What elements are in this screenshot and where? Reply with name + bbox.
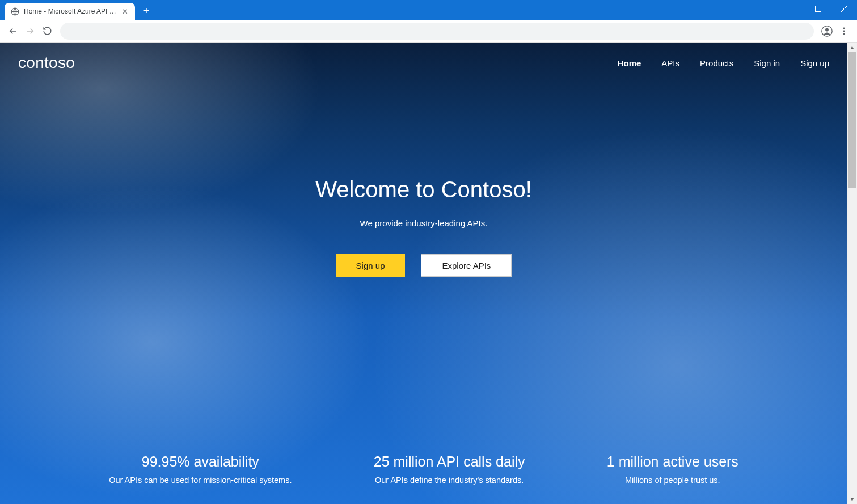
page-content: contoso Home APIs Products Sign in Sign … <box>0 43 847 504</box>
stat-active-users: 1 million active users Millions of peopl… <box>607 454 738 485</box>
browser-toolbar <box>0 20 857 43</box>
svg-point-7 <box>843 33 845 35</box>
hero-subtitle: We provide industry-leading APIs. <box>0 218 847 228</box>
forward-button[interactable] <box>22 23 39 40</box>
globe-icon <box>10 7 19 16</box>
new-tab-button[interactable]: + <box>138 3 154 19</box>
stat-sub: Our APIs can be used for mission-critica… <box>109 476 292 485</box>
address-bar[interactable] <box>60 23 814 40</box>
menu-icon[interactable] <box>835 23 852 40</box>
back-button[interactable] <box>5 23 22 40</box>
stat-sub: Our APIs define the industry's standards… <box>374 476 525 485</box>
reload-button[interactable] <box>39 23 56 40</box>
stat-headline: 1 million active users <box>607 454 738 470</box>
stat-headline: 99.95% availability <box>109 454 292 470</box>
svg-point-6 <box>843 30 845 32</box>
nav-signup[interactable]: Sign up <box>800 58 829 68</box>
nav-products[interactable]: Products <box>700 58 733 68</box>
stat-headline: 25 million API calls daily <box>374 454 525 470</box>
window-close-button[interactable] <box>831 0 857 17</box>
stat-sub: Millions of people trust us. <box>607 476 738 485</box>
svg-point-5 <box>843 27 845 29</box>
tab-title: Home - Microsoft Azure API Man <box>24 7 120 15</box>
window-controls <box>779 0 857 20</box>
page-header: contoso Home APIs Products Sign in Sign … <box>0 43 847 72</box>
stats-row: 99.95% availability Our APIs can be used… <box>0 454 847 485</box>
svg-rect-1 <box>789 9 795 9</box>
tabs-area: Home - Microsoft Azure API Man ✕ + <box>5 0 154 20</box>
cta-row: Sign up Explore APIs <box>0 254 847 277</box>
stat-api-calls: 25 million API calls daily Our APIs defi… <box>374 454 525 485</box>
profile-icon[interactable] <box>818 23 835 40</box>
nav-apis[interactable]: APIs <box>661 58 679 68</box>
window-maximize-button[interactable] <box>805 0 831 17</box>
hero-section: Welcome to Contoso! We provide industry-… <box>0 177 847 277</box>
nav-signin[interactable]: Sign in <box>754 58 780 68</box>
viewport: contoso Home APIs Products Sign in Sign … <box>0 43 857 504</box>
svg-point-4 <box>825 28 829 31</box>
browser-titlebar: Home - Microsoft Azure API Man ✕ + <box>0 0 857 20</box>
stat-availability: 99.95% availability Our APIs can be used… <box>109 454 292 485</box>
scroll-up-icon[interactable]: ▲ <box>847 43 857 52</box>
nav-home[interactable]: Home <box>618 58 641 68</box>
scrollbar[interactable]: ▲ ▼ <box>847 43 857 504</box>
explore-apis-button[interactable]: Explore APIs <box>421 254 512 277</box>
signup-button[interactable]: Sign up <box>336 254 406 277</box>
hero-title: Welcome to Contoso! <box>0 177 847 202</box>
scroll-down-icon[interactable]: ▼ <box>847 494 857 504</box>
scrollbar-thumb[interactable] <box>848 52 856 188</box>
svg-rect-2 <box>815 6 821 11</box>
window-minimize-button[interactable] <box>779 0 805 17</box>
brand-logo[interactable]: contoso <box>18 54 75 72</box>
tab-close-icon[interactable]: ✕ <box>120 7 129 16</box>
browser-tab[interactable]: Home - Microsoft Azure API Man ✕ <box>5 3 135 20</box>
main-nav: Home APIs Products Sign in Sign up <box>618 58 829 68</box>
